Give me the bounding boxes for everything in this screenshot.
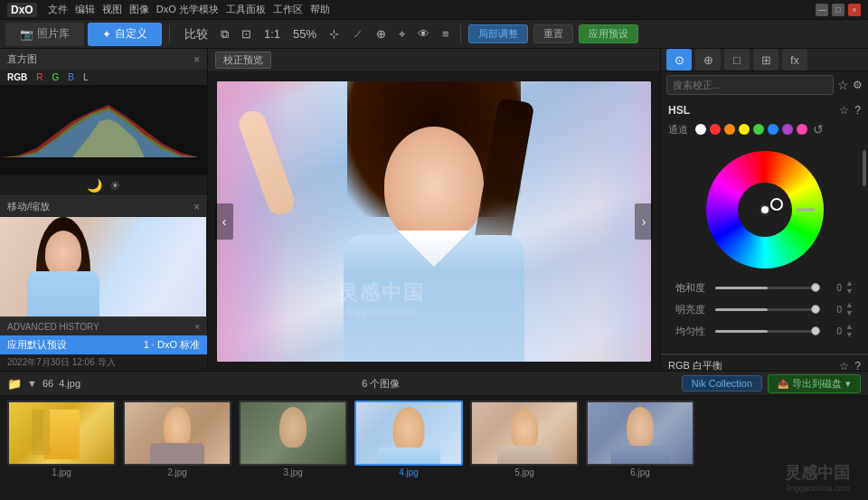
- sun-icon[interactable]: ☀: [109, 178, 121, 193]
- color-pink[interactable]: [797, 124, 807, 135]
- color-tool-btn[interactable]: ⊕: [695, 49, 721, 71]
- hist-tab-r[interactable]: R: [33, 71, 46, 83]
- uniformity-thumb[interactable]: [811, 326, 820, 335]
- film-thumb-1[interactable]: ⚠: [7, 401, 116, 466]
- hsl-star-icon[interactable]: ☆: [839, 104, 849, 117]
- film-thumb-2[interactable]: ⚠: [123, 401, 231, 466]
- export-button[interactable]: 📤 导出到磁盘 ▾: [768, 374, 861, 393]
- split-view-icon[interactable]: ⧉: [217, 25, 232, 43]
- menu-tool-panel[interactable]: 工具面板: [226, 3, 266, 16]
- moon-icon[interactable]: 🌙: [87, 178, 102, 193]
- film-thumb-4[interactable]: ⚠: [354, 401, 463, 466]
- menu-workspace[interactable]: 工作区: [273, 3, 303, 16]
- close-button[interactable]: ×: [848, 4, 861, 16]
- next-image-button[interactable]: ›: [635, 203, 653, 240]
- menu-bar[interactable]: 文件 编辑 视图 图像 DxO 光学模块 工具面板 工作区 帮助: [48, 3, 330, 16]
- correction-preview-button[interactable]: 校正预览: [215, 52, 271, 69]
- hist-tab-l[interactable]: L: [80, 71, 92, 83]
- brightness-arrows[interactable]: ▲ ▼: [845, 301, 854, 317]
- film-thumb-6[interactable]: ⚠: [586, 401, 694, 466]
- film-thumb-5[interactable]: ⚠: [470, 401, 579, 466]
- wb-help-icon[interactable]: ?: [854, 360, 861, 373]
- fit-icon[interactable]: ⊡: [238, 25, 255, 42]
- hsl-tool-btn[interactable]: ⊙: [666, 49, 692, 71]
- film-item-5[interactable]: ⚠ 5.jpg: [470, 401, 579, 477]
- uniformity-row: 均匀性 0 ▲ ▼: [675, 323, 854, 339]
- zoom-display[interactable]: 55%: [289, 25, 320, 42]
- settings-icon[interactable]: ⚙: [853, 79, 863, 91]
- saturation-thumb[interactable]: [811, 283, 820, 292]
- right-scrollbar[interactable]: [863, 150, 866, 186]
- saturation-track[interactable]: [715, 287, 820, 289]
- histogram-close[interactable]: ×: [193, 53, 200, 66]
- crop-icon[interactable]: ⊹: [326, 25, 343, 42]
- hist-tab-b[interactable]: B: [64, 71, 78, 83]
- local-adjustment-button[interactable]: 局部调整: [468, 24, 528, 43]
- history-date: 2022年7月30日 12:06 导入: [0, 354, 207, 371]
- compare-button[interactable]: 比较: [181, 24, 212, 44]
- minimize-button[interactable]: —: [816, 4, 828, 16]
- reset-button[interactable]: 重置: [533, 24, 573, 43]
- uniformity-arrows[interactable]: ▲ ▼: [845, 323, 854, 339]
- sat-down-arrow[interactable]: ▼: [845, 288, 854, 296]
- wheel-cursor[interactable]: [770, 198, 783, 211]
- menu-edit[interactable]: 编辑: [75, 3, 95, 16]
- history-close[interactable]: ×: [194, 322, 200, 332]
- wb-star-icon[interactable]: ☆: [839, 360, 849, 373]
- menu-help[interactable]: 帮助: [310, 3, 330, 16]
- brightness-thumb[interactable]: [811, 305, 820, 314]
- brightness-controls: 🌙 ☀: [0, 175, 207, 195]
- color-yellow[interactable]: [739, 124, 750, 135]
- menu-dxo-optics[interactable]: DxO 光学模块: [156, 3, 219, 16]
- maximize-button[interactable]: □: [832, 4, 844, 16]
- filter-icon[interactable]: ▼: [27, 378, 37, 389]
- one-to-one-icon[interactable]: 1:1: [260, 25, 284, 42]
- color-all[interactable]: [695, 124, 706, 135]
- repair-icon[interactable]: ⌖: [395, 25, 409, 43]
- tone-tool-btn[interactable]: □: [724, 49, 750, 71]
- menu-view[interactable]: 视图: [102, 3, 122, 16]
- film-item-2[interactable]: ⚠ 2.jpg: [123, 401, 231, 477]
- local-adj-icon[interactable]: ⊕: [373, 25, 390, 42]
- customize-tab[interactable]: ✦ 自定义: [88, 23, 162, 46]
- color-purple[interactable]: [782, 124, 793, 135]
- library-tab[interactable]: 📷 照片库: [5, 23, 84, 46]
- eye-icon[interactable]: 👁: [414, 25, 433, 42]
- hist-tab-g[interactable]: G: [48, 71, 62, 83]
- menu-image[interactable]: 图像: [129, 3, 149, 16]
- film-item-1[interactable]: ⚠ 1.jpg: [7, 401, 116, 477]
- detail-tool-btn[interactable]: ⊞: [753, 49, 778, 71]
- film-thumb-3[interactable]: ⚠: [239, 401, 347, 466]
- window-controls[interactable]: — □ ×: [816, 4, 861, 16]
- hist-tab-rgb[interactable]: RGB: [4, 71, 31, 83]
- bright-down-arrow[interactable]: ▼: [845, 309, 854, 317]
- uniformity-track[interactable]: [715, 330, 820, 333]
- unif-down-arrow[interactable]: ▼: [845, 331, 854, 339]
- film-item-6[interactable]: ⚠ 6.jpg: [586, 401, 694, 477]
- film-item-3[interactable]: ⚠ 3.jpg: [239, 401, 347, 477]
- fx-tool-btn[interactable]: fx: [782, 49, 807, 71]
- export-dropdown-icon[interactable]: ▾: [845, 378, 851, 390]
- favorite-icon[interactable]: ☆: [837, 78, 849, 92]
- saturation-arrows[interactable]: ▲ ▼: [845, 279, 854, 296]
- wheel-picker[interactable]: [760, 204, 770, 215]
- library-icon: 📷: [20, 28, 33, 41]
- color-orange[interactable]: [724, 124, 735, 135]
- history-entry[interactable]: 应用默认预设 1 · DxO 标准: [0, 335, 207, 354]
- preview-close[interactable]: ×: [193, 201, 200, 213]
- nik-collection-button[interactable]: Nik Collection: [682, 375, 762, 392]
- color-red[interactable]: [710, 124, 721, 135]
- straighten-icon[interactable]: ⟋: [348, 25, 367, 42]
- film-item-4[interactable]: ⚠ 4.jpg: [354, 401, 463, 477]
- more-tools-icon[interactable]: ≡: [439, 25, 453, 42]
- hsl-help-icon[interactable]: ?: [854, 104, 861, 117]
- apply-preset-button[interactable]: 应用预设: [579, 24, 638, 43]
- prev-image-button[interactable]: ‹: [215, 203, 233, 240]
- brightness-track[interactable]: [715, 308, 820, 311]
- search-input[interactable]: [666, 75, 834, 95]
- color-blue[interactable]: [768, 124, 778, 135]
- color-green[interactable]: [753, 124, 764, 135]
- menu-file[interactable]: 文件: [48, 3, 68, 16]
- wheel-handle[interactable]: [797, 209, 815, 212]
- hsl-reset-icon[interactable]: ↺: [813, 122, 824, 137]
